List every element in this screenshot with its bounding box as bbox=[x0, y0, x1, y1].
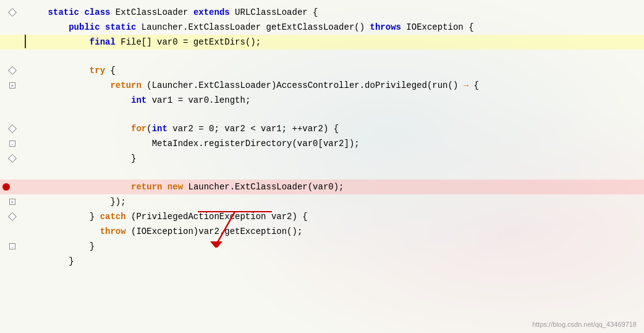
line-content: static class ExtClassLoader extends URLC… bbox=[25, 5, 644, 20]
code-token: throws bbox=[370, 22, 401, 32]
code-line: + }); bbox=[0, 194, 644, 209]
line-content: return (Launcher.ExtClassLoader)AccessCo… bbox=[25, 78, 644, 93]
line-gutter: + bbox=[0, 78, 25, 93]
code-line: + return (Launcher.ExtClassLoader)Access… bbox=[0, 78, 644, 93]
line-content: } catch (PrivilegedActionException var2)… bbox=[25, 209, 644, 224]
code-token bbox=[27, 182, 131, 192]
line-content: MetaIndex.registerDirectory(var0[var2]); bbox=[25, 136, 644, 151]
gutter-plus-icon[interactable]: + bbox=[9, 82, 15, 89]
code-token bbox=[27, 227, 100, 236]
line-gutter bbox=[0, 254, 25, 269]
line-content bbox=[25, 50, 644, 63]
line-content: throw (IOException)var2.getException(); bbox=[25, 224, 644, 239]
code-token: ( bbox=[146, 124, 151, 134]
line-gutter bbox=[0, 20, 25, 35]
line-gutter bbox=[0, 108, 25, 121]
line-content: public static Launcher.ExtClassLoader ge… bbox=[25, 20, 644, 35]
line-gutter bbox=[0, 50, 25, 63]
line-gutter bbox=[0, 121, 25, 136]
code-line: public static Launcher.ExtClassLoader ge… bbox=[0, 20, 644, 35]
line-gutter bbox=[0, 151, 25, 166]
code-token: Launcher.ExtClassLoader getExtClassLoade… bbox=[136, 22, 370, 32]
line-content: return new Launcher.ExtClassLoader(var0)… bbox=[25, 179, 644, 194]
code-token: }); bbox=[27, 197, 126, 207]
code-token: return bbox=[131, 182, 162, 192]
gutter-diamond-icon bbox=[8, 212, 17, 221]
code-token: static bbox=[48, 7, 79, 17]
code-token bbox=[27, 80, 110, 90]
line-gutter bbox=[0, 35, 25, 50]
line-content: } bbox=[25, 254, 644, 269]
code-token: int bbox=[131, 95, 146, 105]
code-token: } bbox=[27, 154, 136, 163]
gutter-minus-icon[interactable]: - bbox=[9, 141, 15, 147]
line-gutter: - bbox=[0, 239, 25, 254]
code-token: Launcher.ExtClassLoader(var0); bbox=[183, 182, 344, 192]
gutter-diamond-icon bbox=[8, 8, 17, 17]
code-token: static bbox=[105, 22, 136, 32]
code-token: URLClassLoader { bbox=[230, 7, 318, 17]
line-gutter bbox=[0, 63, 25, 78]
code-line: for(int var2 = 0; var2 < var1; ++var2) { bbox=[0, 121, 644, 136]
code-line: try { bbox=[0, 63, 644, 78]
code-token: File[] var0 = getExtDirs(); bbox=[116, 37, 261, 47]
code-line: - } bbox=[0, 239, 644, 254]
line-content: try { bbox=[25, 63, 644, 78]
code-token: extends bbox=[193, 7, 230, 17]
line-gutter bbox=[0, 209, 25, 224]
code-token: new bbox=[167, 182, 183, 192]
code-line: } bbox=[0, 151, 644, 166]
code-line bbox=[0, 108, 644, 121]
code-token: { bbox=[105, 66, 116, 76]
breakpoint-dot[interactable] bbox=[2, 183, 10, 191]
code-line: static class ExtClassLoader extends URLC… bbox=[0, 5, 644, 20]
line-content bbox=[25, 166, 644, 179]
code-token: { bbox=[468, 80, 479, 90]
code-token: var1 = var0.length; bbox=[146, 95, 250, 105]
code-token: catch bbox=[100, 212, 126, 222]
code-token bbox=[27, 22, 69, 32]
code-token: } bbox=[27, 256, 74, 266]
url-watermark: https://blog.csdn.net/qq_43469718 bbox=[532, 321, 637, 328]
code-token bbox=[27, 95, 131, 105]
code-token: MetaIndex.registerDirectory(var0[var2]); bbox=[27, 139, 360, 149]
code-token bbox=[27, 124, 131, 134]
text-cursor bbox=[25, 35, 26, 48]
gutter-diamond-icon bbox=[8, 124, 17, 133]
code-line: final File[] var0 = getExtDirs(); bbox=[0, 35, 644, 50]
code-token: return bbox=[110, 80, 141, 90]
code-token: IOException { bbox=[401, 22, 474, 32]
line-content bbox=[25, 108, 644, 121]
line-gutter bbox=[0, 224, 25, 239]
code-line: } bbox=[0, 254, 644, 269]
gutter-plus-icon[interactable]: + bbox=[9, 199, 15, 205]
line-content: } bbox=[25, 239, 644, 254]
gutter-diamond-icon bbox=[8, 154, 17, 163]
code-token bbox=[27, 7, 48, 17]
code-token: int bbox=[152, 124, 167, 134]
code-token: for bbox=[131, 124, 146, 134]
code-line bbox=[0, 166, 644, 179]
code-line: - MetaIndex.registerDirectory(var0[var2]… bbox=[0, 136, 644, 151]
code-token: (Launcher.ExtClassLoader)AccessControlle… bbox=[142, 80, 464, 90]
line-content: int var1 = var0.length; bbox=[25, 93, 644, 108]
code-token: (IOException)var2.getException(); bbox=[126, 227, 303, 236]
gutter-diamond-icon bbox=[8, 66, 17, 75]
code-line: int var1 = var0.length; bbox=[0, 93, 644, 108]
code-line bbox=[0, 50, 644, 63]
code-token: } bbox=[27, 241, 95, 251]
code-line: } catch (PrivilegedActionException var2)… bbox=[0, 209, 644, 224]
line-gutter bbox=[0, 93, 25, 108]
line-content: for(int var2 = 0; var2 < var1; ++var2) { bbox=[25, 121, 644, 136]
line-content: final File[] var0 = getExtDirs(); bbox=[25, 35, 644, 50]
code-token: ExtClassLoader bbox=[110, 7, 193, 17]
line-gutter: + bbox=[0, 194, 25, 209]
code-token: try bbox=[90, 66, 105, 76]
code-line: return new Launcher.ExtClassLoader(var0)… bbox=[0, 179, 644, 194]
line-gutter bbox=[0, 179, 25, 194]
code-area: static class ExtClassLoader extends URLC… bbox=[0, 0, 644, 274]
code-token: throw bbox=[100, 227, 126, 236]
gutter-minus-icon[interactable]: - bbox=[9, 243, 15, 249]
code-token bbox=[27, 37, 90, 47]
line-content: }); bbox=[25, 194, 644, 209]
